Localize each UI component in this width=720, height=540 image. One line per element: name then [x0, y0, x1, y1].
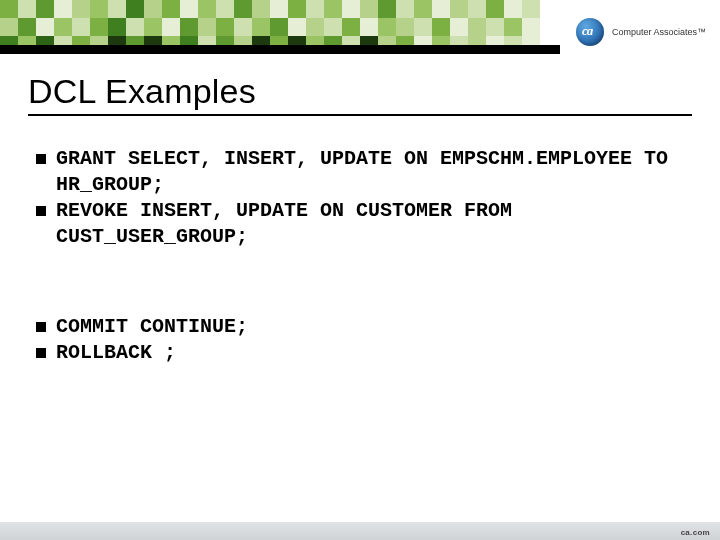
- mosaic-row: [0, 0, 720, 18]
- mosaic-cell: [180, 18, 198, 36]
- mosaic-cell: [180, 0, 198, 18]
- mosaic-cell: [414, 18, 432, 36]
- mosaic-cell: [108, 18, 126, 36]
- mosaic-cell: [54, 18, 72, 36]
- mosaic-cell: [378, 0, 396, 18]
- mosaic-cell: [36, 18, 54, 36]
- mosaic-cell: [198, 18, 216, 36]
- mosaic-cell: [288, 0, 306, 18]
- mosaic-cell: [216, 18, 234, 36]
- mosaic-cell: [18, 0, 36, 18]
- mosaic-cell: [270, 18, 288, 36]
- mosaic-cell: [396, 0, 414, 18]
- mosaic-cell: [522, 18, 540, 36]
- mosaic-cell: [432, 0, 450, 18]
- page-title: DCL Examples: [28, 72, 256, 111]
- mosaic-cell: [324, 0, 342, 18]
- mosaic-cell: [558, 0, 576, 18]
- mosaic-cell: [306, 0, 324, 18]
- mosaic-cell: [126, 0, 144, 18]
- mosaic-cell: [414, 0, 432, 18]
- header-black-bar: [0, 45, 560, 54]
- mosaic-cell: [0, 0, 18, 18]
- ca-logo-icon: [576, 18, 604, 46]
- mosaic-cell: [18, 18, 36, 36]
- mosaic-cell: [468, 18, 486, 36]
- mosaic-cell: [252, 18, 270, 36]
- mosaic-cell: [234, 18, 252, 36]
- bullet-marker-icon: [36, 154, 46, 164]
- list-item: COMMIT CONTINUE;: [36, 314, 676, 340]
- footer-text: ca.com: [681, 528, 710, 537]
- mosaic-cell: [360, 18, 378, 36]
- mosaic-cell: [450, 18, 468, 36]
- mosaic-cell: [540, 18, 558, 36]
- bullet-group: GRANT SELECT, INSERT, UPDATE ON EMPSCHM.…: [36, 146, 676, 250]
- mosaic-cell: [72, 18, 90, 36]
- mosaic-cell: [522, 0, 540, 18]
- body-content: GRANT SELECT, INSERT, UPDATE ON EMPSCHM.…: [36, 146, 676, 430]
- mosaic-cell: [306, 18, 324, 36]
- mosaic-cell: [36, 0, 54, 18]
- brand-company-text: Computer Associates™: [612, 27, 706, 37]
- mosaic-cell: [90, 18, 108, 36]
- mosaic-cell: [504, 18, 522, 36]
- mosaic-cell: [126, 18, 144, 36]
- bullet-group: COMMIT CONTINUE;ROLLBACK ;: [36, 314, 676, 366]
- mosaic-cell: [432, 18, 450, 36]
- mosaic-cell: [378, 18, 396, 36]
- list-item: REVOKE INSERT, UPDATE ON CUSTOMER FROM C…: [36, 198, 676, 250]
- mosaic-cell: [108, 0, 126, 18]
- mosaic-cell: [342, 18, 360, 36]
- list-item-text: GRANT SELECT, INSERT, UPDATE ON EMPSCHM.…: [56, 146, 676, 198]
- mosaic-cell: [288, 18, 306, 36]
- footer-bar: ca.com: [0, 522, 720, 540]
- bullet-marker-icon: [36, 206, 46, 216]
- title-underline: [28, 114, 692, 116]
- mosaic-cell: [234, 0, 252, 18]
- mosaic-cell: [0, 18, 18, 36]
- mosaic-cell: [360, 0, 378, 18]
- mosaic-cell: [486, 18, 504, 36]
- bullet-marker-icon: [36, 322, 46, 332]
- mosaic-cell: [198, 0, 216, 18]
- mosaic-cell: [162, 18, 180, 36]
- mosaic-cell: [324, 18, 342, 36]
- mosaic-cell: [486, 0, 504, 18]
- list-item: GRANT SELECT, INSERT, UPDATE ON EMPSCHM.…: [36, 146, 676, 198]
- mosaic-cell: [54, 0, 72, 18]
- mosaic-cell: [504, 0, 522, 18]
- slide: Computer Associates™ DCL Examples GRANT …: [0, 0, 720, 540]
- mosaic-cell: [72, 0, 90, 18]
- mosaic-cell: [90, 0, 108, 18]
- mosaic-cell: [468, 0, 486, 18]
- mosaic-cell: [144, 18, 162, 36]
- list-item: ROLLBACK ;: [36, 340, 676, 366]
- mosaic-cell: [270, 0, 288, 18]
- mosaic-cell: [144, 0, 162, 18]
- mosaic-cell: [342, 0, 360, 18]
- mosaic-cell: [252, 0, 270, 18]
- brand-area: Computer Associates™: [576, 18, 706, 46]
- mosaic-cell: [558, 18, 576, 36]
- mosaic-cell: [396, 18, 414, 36]
- list-item-text: ROLLBACK ;: [56, 340, 176, 366]
- mosaic-cell: [450, 0, 468, 18]
- mosaic-cell: [216, 0, 234, 18]
- mosaic-cell: [558, 36, 576, 54]
- bullet-marker-icon: [36, 348, 46, 358]
- list-item-text: REVOKE INSERT, UPDATE ON CUSTOMER FROM C…: [56, 198, 676, 250]
- list-item-text: COMMIT CONTINUE;: [56, 314, 248, 340]
- mosaic-cell: [540, 0, 558, 18]
- mosaic-cell: [162, 0, 180, 18]
